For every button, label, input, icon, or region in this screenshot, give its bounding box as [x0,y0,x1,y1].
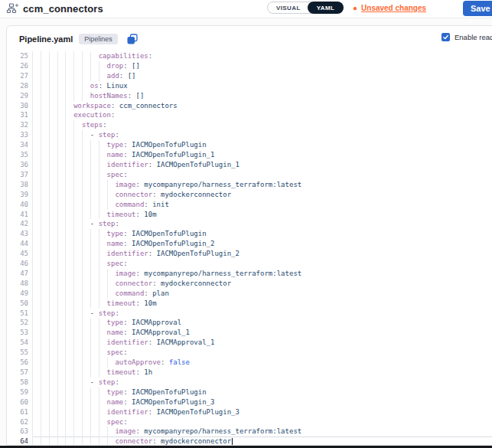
code-line-47[interactable]: 47 image: mycompanyrepo/harness_terrafor… [7,269,492,279]
copy-icon[interactable] [127,34,138,44]
file-name-label: Pipeline.yaml [19,34,73,44]
code-line-33[interactable]: 33 - step: [7,130,492,140]
code-line-63[interactable]: 63 image: mycompanyrepo/harness_terrafor… [7,427,492,437]
enable-readonly-control[interactable]: Enable read/ [441,33,492,41]
line-number: 64 [7,437,28,445]
save-button-label[interactable]: Save [463,4,492,13]
code-text: image: mycompanyrepo/harness_terraform:l… [32,427,301,435]
code-text: execution: [32,111,115,119]
code-line-50[interactable]: 50 timeout: 10m [7,299,492,309]
code-text: - step: [32,378,119,386]
line-number: 27 [7,71,28,81]
enable-readonly-label: Enable read/ [455,33,492,41]
code-line-53[interactable]: 53 name: IACMApproval_1 [7,328,492,338]
line-number: 48 [7,279,28,289]
unsaved-changes-label[interactable]: Unsaved changes [361,4,426,12]
visual-yaml-toggle[interactable]: VISUAL YAML [267,2,344,14]
code-line-25[interactable]: 25 capabilities: [7,51,492,61]
code-text: name: IACMOpenTofuPlugin_2 [32,240,214,247]
code-line-31[interactable]: 31 execution: [7,110,492,120]
code-text: hostNames: [] [32,92,144,100]
toggle-visual-option[interactable]: VISUAL [268,5,308,11]
code-line-45[interactable]: 45 identifier: IACMOpenTofuPlugin_2 [7,249,492,259]
code-text: type: IACMOpenTofuPlugin [32,141,207,149]
code-line-32[interactable]: 32 steps: [7,120,492,130]
code-text: steps: [32,121,107,129]
code-line-62[interactable]: 62 spec: [7,417,492,427]
enable-readonly-checkbox[interactable] [441,33,450,41]
line-number: 56 [7,358,28,368]
code-line-46[interactable]: 46 spec: [7,259,492,269]
code-line-49[interactable]: 49 command: plan [7,289,492,299]
line-number: 62 [7,417,28,427]
code-line-28[interactable]: 28 os: Linux [7,81,492,91]
code-line-58[interactable]: 58 - step: [7,378,492,388]
line-number: 47 [7,269,28,279]
code-line-51[interactable]: 51 - step: [7,309,492,319]
code-text: identifier: IACMApproval_1 [32,338,214,346]
code-line-27[interactable]: 27 add: [] [7,71,492,81]
line-number: 51 [7,309,28,319]
code-line-52[interactable]: 52 type: IACMApproval [7,318,492,328]
code-line-29[interactable]: 29 hostNames: [] [7,91,492,101]
code-text: name: IACMOpenTofuPlugin_3 [32,398,214,406]
code-text: - step: [32,309,119,317]
save-button[interactable]: Save ▼ [463,1,492,16]
line-number: 33 [7,130,28,140]
unsaved-changes-link[interactable]: ● Unsaved changes [353,4,426,12]
code-line-36[interactable]: 36 identifier: IACMOpenTofuPlugin_1 [7,160,492,170]
code-line-34[interactable]: 34 type: IACMOpenTofuPlugin [7,140,492,150]
code-line-54[interactable]: 54 identifier: IACMApproval_1 [7,338,492,348]
code-line-43[interactable]: 43 type: IACMOpenTofuPlugin [7,229,492,239]
line-number: 29 [7,91,28,101]
line-number: 40 [7,200,28,210]
line-number: 53 [7,328,28,338]
toggle-yaml-option[interactable]: YAML [308,2,344,14]
code-text: type: IACMApproval [32,319,181,326]
code-line-35[interactable]: 35 name: IACMOpenTofuPlugin_1 [7,150,492,160]
code-line-61[interactable]: 61 identifier: IACMOpenTofuPlugin_3 [7,407,492,417]
page-title: ccm_connectors [23,3,103,15]
line-number: 61 [7,407,28,417]
code-text: command: plan [32,289,169,297]
line-number: 44 [7,239,28,249]
code-line-26[interactable]: 26 drop: [] [7,61,492,71]
code-text: spec: [32,260,128,267]
line-number: 50 [7,299,28,309]
code-line-44[interactable]: 44 name: IACMOpenTofuPlugin_2 [7,239,492,249]
code-text: type: IACMOpenTofuPlugin [32,230,207,237]
code-line-30[interactable]: 30 workspace: ccm_connectors [7,101,492,111]
line-number: 31 [7,110,28,120]
code-line-41[interactable]: 41 timeout: 10m [7,210,492,220]
code-line-38[interactable]: 38 image: mycompanyrepo/harness_terrafor… [7,180,492,190]
line-number: 55 [7,348,28,358]
line-number: 46 [7,259,28,269]
code-line-42[interactable]: 42 - step: [7,219,492,229]
line-number: 57 [7,368,28,378]
line-number: 63 [7,427,28,437]
code-line-48[interactable]: 48 connector: mydockerconnector [7,279,492,289]
code-line-59[interactable]: 59 type: IACMOpenTofuPlugin [7,388,492,397]
line-number: 52 [7,318,28,328]
code-line-40[interactable]: 40 command: init [7,200,492,210]
code-text: spec: [32,348,128,356]
code-line-37[interactable]: 37 spec: [7,170,492,180]
code-line-39[interactable]: 39 connector: mydockerconnector [7,190,492,200]
code-line-64[interactable]: 64 connector: mydockerconnector [7,437,492,445]
code-text: spec: [32,418,128,426]
code-text: timeout: 10m [32,211,157,218]
code-line-55[interactable]: 55 spec: [7,348,492,358]
line-number: 60 [7,397,28,407]
code-text: identifier: IACMOpenTofuPlugin_1 [32,161,239,168]
code-text: identifier: IACMOpenTofuPlugin_3 [32,408,239,416]
line-number: 30 [7,101,28,111]
pipelines-badge: Pipelines [79,34,118,44]
code-text: name: IACMApproval_1 [32,329,190,336]
line-number: 38 [7,180,28,190]
code-line-57[interactable]: 57 timeout: 1h [7,368,492,378]
code-line-56[interactable]: 56 autoApprove: false [7,358,492,368]
code-line-60[interactable]: 60 name: IACMOpenTofuPlugin_3 [7,397,492,407]
code-text: timeout: 10m [32,299,157,307]
line-number: 37 [7,170,28,180]
yaml-editor[interactable]: 25 capabilities:26 drop: []27 add: []28 … [7,51,492,445]
